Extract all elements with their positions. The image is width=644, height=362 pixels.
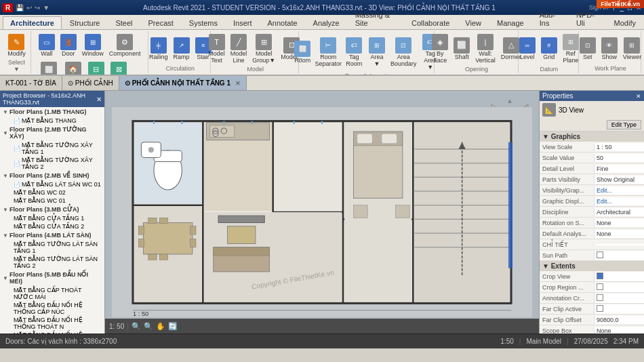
pb-category-fp3[interactable]: ▼ Floor Plans (3.MB CỬA) xyxy=(0,205,104,214)
fp1-expand-icon: ▼ xyxy=(3,109,8,115)
ann-cr-checkbox[interactable] xyxy=(597,294,603,301)
project-browser-close-icon[interactable]: ✕ xyxy=(96,96,102,103)
pb-item-mai[interactable]: MẶT BẰNG CẤP THOÁT NƯỚC MÁI xyxy=(0,286,104,301)
component-button[interactable]: ⚙ Component xyxy=(107,33,143,59)
tab-massing[interactable]: Massing & Site xyxy=(348,8,403,29)
pb-category-fp1[interactable]: ▼ Floor Plans (1.MB THANG) xyxy=(0,107,104,117)
prop-view-scale: View Scale 1 : 50 xyxy=(540,142,644,153)
pb-category-fp5[interactable]: ▼ Floor Plans (5.MB ĐẦU NỐI MÉI) xyxy=(0,270,104,286)
tab-modify[interactable]: Modify xyxy=(607,16,643,29)
tab-collaborate[interactable]: Collaborate xyxy=(404,16,457,29)
fp2-expand-icon: ▼ xyxy=(3,130,8,136)
build-buttons: ▭ Wall 🚪 Door ⊞ Window ⚙ Component ⬜ Col… xyxy=(37,33,144,76)
ribbon-group-select-buttons: ✎ Modify xyxy=(5,33,28,59)
pb-item-wc01b[interactable]: MẶT BẰNG WC 01 xyxy=(0,197,104,205)
revit-logo-icon[interactable]: R xyxy=(3,3,13,12)
undo-icon[interactable]: ↩ xyxy=(26,4,32,12)
by-face-button[interactable]: ◈ ByFace xyxy=(430,33,450,66)
tab-manage[interactable]: Manage xyxy=(489,16,531,29)
roof-button[interactable]: 🏠 Roof xyxy=(63,60,83,76)
wall-button[interactable]: ▭ Wall xyxy=(37,33,57,59)
floor-icon: ⊠ xyxy=(110,62,127,76)
pan-icon[interactable]: ✋ xyxy=(156,322,165,331)
pb-item-tuong-xay-1[interactable]: 📄 MẶT BẰNG TƯỜNG XÂY TẦNG 1 xyxy=(0,141,104,156)
zoom-out-icon[interactable]: 🔍 xyxy=(144,322,153,331)
properties-close-icon[interactable]: ✕ xyxy=(636,93,641,100)
window-button[interactable]: ⊞ Window xyxy=(80,33,106,59)
level-button[interactable]: ═ Level xyxy=(517,36,538,62)
view-tab-close-icon[interactable]: ✕ xyxy=(235,80,241,87)
shaft-button[interactable]: ⬜ Shaft xyxy=(451,36,472,62)
room-button[interactable]: ⬜ Room xyxy=(292,39,313,66)
tab-addins[interactable]: Add-Ins xyxy=(532,8,568,29)
edit-type-button[interactable]: Edit Type xyxy=(607,120,641,129)
tab-systems[interactable]: Systems xyxy=(182,16,225,29)
pb-item-cua2[interactable]: MẶT BẰNG CỬA TẦNG 2 xyxy=(0,222,104,230)
tab-steel[interactable]: Steel xyxy=(108,16,140,29)
modify-button[interactable]: ✎ Modify xyxy=(5,33,28,59)
tab-view[interactable]: View xyxy=(458,16,489,29)
tag-room-button[interactable]: 🏷 TagRoom xyxy=(344,36,364,69)
pb-item-wc01[interactable]: 📄 MẶT BẰNG LÁT SÀN WC 01 xyxy=(0,180,104,188)
quick-save-icon[interactable]: 💾 xyxy=(16,4,24,12)
pb-item-tuong-xay-2[interactable]: 📄 MẶT BẰNG TƯỜNG XÂY TẦNG 2 xyxy=(0,156,104,171)
pb-item-cap-nuc[interactable]: MẶT BẰNG ĐẦU NỐI HỆ THỐNG CẤP NÚC xyxy=(0,301,104,316)
svg-rect-32 xyxy=(148,254,157,260)
pb-item-thoat-n[interactable]: MẶT BẰNG ĐẦU NỐI HỆ THỐNG THOÁT N xyxy=(0,316,104,331)
redo-icon[interactable]: ↪ xyxy=(35,4,40,12)
pb-category-fp2[interactable]: ▼ Floor Plans (2.MB TƯỜNG XÂY) xyxy=(0,125,104,141)
model-line-button[interactable]: ╱ ModelLine xyxy=(228,33,249,66)
show-button[interactable]: 👁 Show xyxy=(599,36,620,62)
set-button[interactable]: ⊡ Set xyxy=(578,36,598,62)
pb-category-fp4[interactable]: ▼ Floor Plans (4.MB LÁT SÀN) xyxy=(0,230,104,240)
pb-item-lat-san-2[interactable]: MẶT BẰNG TƯỜNG LÁT SÀN TẦNG 2 xyxy=(0,255,104,270)
view-tab-phoicanh-noi-that[interactable]: ⊙ PHỐI CẢNH NỘI THẤT TẦNG 1 ✕ xyxy=(119,76,247,91)
pb-item-cua1[interactable]: MẶT BẰNG CỬA TẦNG 1 xyxy=(0,214,104,222)
area-label: Area ▼ xyxy=(367,54,386,68)
far-clip-checkbox[interactable] xyxy=(597,305,603,312)
wall-vertical-button[interactable]: | Wall:Vertical xyxy=(473,33,498,66)
area-boundary-button[interactable]: ⊡ AreaBoundary xyxy=(390,36,418,69)
zoom-in-icon[interactable]: 🔍 xyxy=(132,322,141,331)
more-tools-icon[interactable]: ▼ xyxy=(43,4,49,12)
tab-precast[interactable]: Precast xyxy=(141,16,181,29)
sun-path-checkbox[interactable] xyxy=(597,252,603,258)
pb-item-thong-t[interactable]: MẶT BẰNG ĐẦU NỐI HỆ THỐNG THÔNG T xyxy=(0,331,104,334)
model-text-button[interactable]: T ModelText xyxy=(206,33,227,66)
viewport[interactable]: N TOP ▲ ◀ ▶ ▼ xyxy=(105,91,539,334)
edit-type-row: Edit Type xyxy=(540,119,644,132)
wc02a-label: MẶT BẰNG WC 02 xyxy=(14,189,66,196)
tab-insert[interactable]: Insert xyxy=(226,16,260,29)
pb-item-mat-bang-thang[interactable]: 📄 MẶT BẰNG THANG xyxy=(0,117,104,125)
extents-section-header[interactable]: ▼ Extents xyxy=(540,261,644,271)
view-tab-phoicanh[interactable]: ⊙ PHỐI CẢNH xyxy=(62,76,119,91)
model-group-button[interactable]: ⊞ ModelGroup▼ xyxy=(250,33,277,66)
tab-annotate[interactable]: Annotate xyxy=(260,16,305,29)
tab-architecture[interactable]: Architecture xyxy=(3,16,62,29)
area-button[interactable]: ⊞ Area ▼ xyxy=(365,36,388,69)
prop-scale-value: Scale Value 50 xyxy=(540,153,644,163)
railing-button[interactable]: ╪ Railing xyxy=(147,36,170,62)
column-button[interactable]: ⬜ Column xyxy=(37,60,62,76)
view-tab-kt001[interactable]: KT-001 - TỜ BÌA xyxy=(0,76,62,91)
pb-item-wc02a[interactable]: MẶT BẰNG WC 02 xyxy=(0,188,104,197)
pb-item-lat-san-1[interactable]: MẶT BẰNG TƯỜNG LÁT SÀN TẦNG 1 xyxy=(0,240,104,255)
floor-button[interactable]: ⊠ Floor xyxy=(108,60,129,76)
grid-button[interactable]: # Grid xyxy=(539,36,559,62)
ramp-button[interactable]: ↗ Ramp xyxy=(172,36,192,62)
model-text-label: ModelText xyxy=(208,51,225,64)
ceiling-button[interactable]: ⊟ Ceiling xyxy=(85,60,108,76)
tab-structure[interactable]: Structure xyxy=(62,16,108,29)
crop-region-checkbox[interactable] xyxy=(597,283,603,290)
set-label: Set xyxy=(583,54,592,61)
tab-analyze[interactable]: Analyze xyxy=(306,16,347,29)
tab-npd[interactable]: NPD-Uli xyxy=(569,8,606,29)
door-button[interactable]: 🚪 Door xyxy=(58,33,79,59)
crop-view-checkbox[interactable] xyxy=(597,273,603,279)
graphics-section-header[interactable]: ▼ Graphics xyxy=(540,132,644,142)
pb-category-fp-vs[interactable]: ▼ Floor Plans (2.MB VỀ SINH) xyxy=(0,171,104,180)
room-separator-button[interactable]: ⊢ RoomSeparator xyxy=(314,36,342,69)
viewer-button[interactable]: ⊞ Viewer xyxy=(621,36,643,62)
orbit-icon[interactable]: 🔄 xyxy=(168,322,178,331)
properties-title: Properties xyxy=(542,92,573,100)
